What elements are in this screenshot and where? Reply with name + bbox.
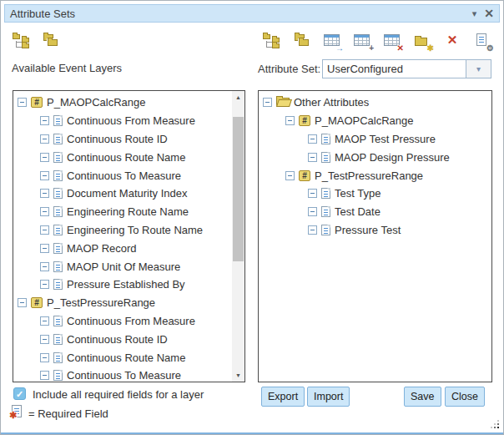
attribute-set-label: Attribute Set: xyxy=(258,63,320,75)
tree-item[interactable]: Continuous Route Name xyxy=(13,148,232,166)
tree-item[interactable]: Continuous To Measure xyxy=(13,166,232,185)
collapse-toggle-icon[interactable] xyxy=(285,171,295,180)
tree-item[interactable]: Test Date xyxy=(259,203,491,221)
collapse-toggle-icon[interactable] xyxy=(40,189,49,198)
collapse-folders-icon[interactable] xyxy=(42,31,60,49)
scrollbar-thumb[interactable] xyxy=(233,117,244,261)
tree-item[interactable]: Continuous From Measure xyxy=(13,312,232,331)
collapse-toggle-icon[interactable] xyxy=(263,98,272,107)
field-icon xyxy=(53,152,63,163)
collapse-toggle-icon[interactable] xyxy=(308,153,317,162)
tree-item-label: Continuous Route Name xyxy=(67,151,185,164)
collapse-toggle-icon[interactable] xyxy=(308,207,317,216)
tree-item[interactable]: MAOP Test Pressure xyxy=(259,130,491,149)
right-toolbar: →+✕✱✕⚙ xyxy=(263,30,491,50)
new-attribute-set-folder-icon[interactable]: ✱ xyxy=(413,31,431,49)
add-table-icon[interactable]: + xyxy=(353,31,371,49)
collapse-toggle-icon[interactable] xyxy=(18,298,27,307)
folder-icon xyxy=(276,98,290,107)
remove-table-icon[interactable]: ✕ xyxy=(383,31,401,49)
close-window-icon[interactable]: ✕ xyxy=(484,8,494,19)
field-icon xyxy=(321,134,330,144)
collapse-toggle-icon[interactable] xyxy=(40,280,49,289)
tree-item-label: MAOP Unit Of Measure xyxy=(67,260,180,273)
expand-to-tree-icon[interactable] xyxy=(13,31,31,49)
export-button[interactable]: Export xyxy=(261,387,305,407)
save-button[interactable]: Save xyxy=(404,387,441,407)
import-button[interactable]: Import xyxy=(307,387,350,407)
tree-item[interactable]: Continuous Route ID xyxy=(13,130,232,149)
collapse-toggle-icon[interactable] xyxy=(40,316,49,326)
tree-item[interactable]: #P_MAOPCalcRange xyxy=(259,112,491,130)
collapse-toggle-icon[interactable] xyxy=(18,98,27,107)
attribute-set-panel: Other Attributes#P_MAOPCalcRangeMAOP Tes… xyxy=(258,90,492,382)
field-icon xyxy=(53,170,63,181)
attribute-set-tree: Other Attributes#P_MAOPCalcRangeMAOP Tes… xyxy=(259,91,491,382)
tree-item[interactable]: Pressure Established By xyxy=(13,276,232,294)
field-icon xyxy=(53,206,63,217)
field-icon xyxy=(53,334,63,345)
tree-item[interactable]: Continuous Route ID xyxy=(13,330,232,348)
tree-item[interactable]: Document Maturity Index xyxy=(13,185,232,203)
collapse-toggle-icon[interactable] xyxy=(40,335,49,344)
collapse-toggle-icon[interactable] xyxy=(40,134,49,144)
resize-grip-icon[interactable] xyxy=(490,420,499,429)
field-icon xyxy=(53,261,63,272)
export-table-icon[interactable]: → xyxy=(323,31,341,49)
collapse-window-icon[interactable]: ▾ xyxy=(472,9,477,18)
tree-item[interactable]: MAOP Design Pressure xyxy=(259,148,491,166)
configure-report-icon[interactable]: ⚙ xyxy=(473,31,491,49)
collapse-toggle-icon[interactable] xyxy=(285,116,295,125)
tree-item[interactable]: MAOP Record xyxy=(13,239,232,257)
delete-icon[interactable]: ✕ xyxy=(443,31,461,49)
tree-item[interactable]: Engineering Route Name xyxy=(13,203,232,221)
tree-item-label: Document Maturity Index xyxy=(67,187,188,200)
tree-item[interactable]: MAOP Unit Of Measure xyxy=(13,257,232,276)
tree-item-label: Pressure Test xyxy=(335,224,401,236)
vertical-scrollbar[interactable]: ▲ ▼ xyxy=(232,91,244,382)
tree-item-label: Engineering To Route Name xyxy=(67,224,203,236)
tree-item-label: Continuous Route Name xyxy=(67,352,185,364)
collapse-toggle-icon[interactable] xyxy=(40,353,49,362)
scroll-up-icon[interactable]: ▲ xyxy=(232,91,244,104)
close-button[interactable]: Close xyxy=(445,387,485,407)
tree-item[interactable]: #P_TestPressureRange xyxy=(259,166,491,185)
attribute-set-dropdown[interactable]: UserConfigured ▾ xyxy=(322,59,491,78)
tree-item[interactable]: Continuous To Measure xyxy=(13,367,232,382)
tree-item-label: P_TestPressureRange xyxy=(47,296,155,309)
required-asterisk-icon: ✱ xyxy=(9,411,17,420)
collapse-toggle-icon[interactable] xyxy=(40,207,49,216)
collapse-toggle-icon[interactable] xyxy=(40,153,49,162)
titlebar[interactable]: Attribute Sets ▾ ✕ xyxy=(4,4,500,23)
required-field-legend: = Required Field xyxy=(28,407,108,420)
collapse-toggle-icon[interactable] xyxy=(40,116,49,125)
collapse-toggle-icon[interactable] xyxy=(40,171,49,180)
tree-item-label: P_TestPressureRange xyxy=(315,169,423,182)
tree-item-label: Continuous Route ID xyxy=(67,333,168,346)
scroll-down-icon[interactable]: ▼ xyxy=(232,369,244,382)
include-required-fields-label: Include all required fields for a layer xyxy=(33,388,204,401)
tree-item-label: MAOP Test Pressure xyxy=(335,133,436,145)
tree-item[interactable]: #P_TestPressureRange xyxy=(13,294,232,312)
collapse-toggle-icon[interactable] xyxy=(308,225,317,235)
field-icon xyxy=(53,316,63,326)
tree-item[interactable]: Continuous From Measure xyxy=(13,112,232,130)
collapse-toggle-icon[interactable] xyxy=(40,225,49,235)
collapse-folders-icon[interactable] xyxy=(293,31,311,49)
collapse-toggle-icon[interactable] xyxy=(308,134,317,144)
tree-item[interactable]: Engineering To Route Name xyxy=(13,221,232,240)
attribute-set-value: UserConfigured xyxy=(327,60,403,78)
include-required-fields-checkbox[interactable]: ✓ xyxy=(13,387,26,400)
tree-item[interactable]: #P_MAOPCalcRange xyxy=(13,94,232,112)
collapse-toggle-icon[interactable] xyxy=(40,371,49,380)
collapse-toggle-icon[interactable] xyxy=(40,262,49,271)
collapse-toggle-icon[interactable] xyxy=(308,189,317,198)
tree-item[interactable]: Other Attributes xyxy=(259,94,491,112)
tree-item[interactable]: Test Type xyxy=(259,185,491,203)
collapse-toggle-icon[interactable] xyxy=(40,244,49,253)
tree-item-label: Engineering Route Name xyxy=(67,205,189,218)
tree-item[interactable]: Continuous Route Name xyxy=(13,348,232,367)
dropdown-button[interactable]: ▾ xyxy=(466,60,491,78)
expand-to-tree-icon[interactable] xyxy=(263,31,281,49)
tree-item[interactable]: Pressure Test xyxy=(259,221,491,240)
